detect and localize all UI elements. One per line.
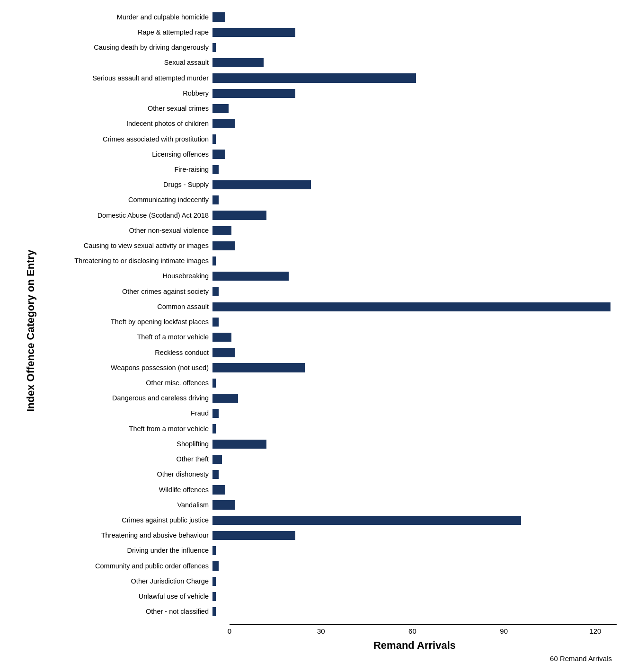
- bar-track: [212, 607, 617, 616]
- bar-label: Other non-sexual violence: [37, 227, 212, 235]
- bar-label: Other theft: [37, 455, 212, 463]
- bar-track: [212, 409, 617, 418]
- bar-track: [212, 241, 617, 250]
- bar-fill: [212, 195, 219, 204]
- bar-row: Robbery: [37, 86, 617, 101]
- bar-row: Indecent photos of children: [37, 116, 617, 132]
- bar-label: Theft by opening lockfast places: [37, 318, 212, 326]
- bar-track: [212, 89, 617, 98]
- bar-row: Sexual assault: [37, 55, 617, 71]
- bar-fill: [212, 180, 311, 189]
- bar-row: Fraud: [37, 406, 617, 421]
- bar-track: [212, 561, 617, 570]
- bar-fill: [212, 287, 219, 296]
- bar-track: [212, 485, 617, 494]
- bar-track: [212, 333, 617, 342]
- bar-label: Crimes associated with prostitution: [37, 135, 212, 143]
- bar-fill: [212, 318, 219, 327]
- bar-label: Domestic Abuse (Scotland) Act 2018: [37, 212, 212, 220]
- bar-label: Vandalism: [37, 501, 212, 509]
- bar-fill: [212, 455, 222, 464]
- bar-fill: [212, 28, 295, 37]
- bar-label: Other - not classified: [37, 608, 212, 616]
- bars-section: Murder and culpable homicideRape & attem…: [37, 9, 617, 624]
- bar-row: Rape & attempted rape: [37, 25, 617, 40]
- bar-fill: [212, 256, 216, 265]
- bar-row: Murder and culpable homicide: [37, 9, 617, 25]
- bar-label: Driving under the influence: [37, 547, 212, 555]
- bar-label: Drugs - Supply: [37, 181, 212, 189]
- bar-row: Dangerous and careless driving: [37, 390, 617, 406]
- bar-fill: [212, 394, 238, 403]
- x-tick: 90: [500, 627, 508, 635]
- bar-row: Reckless conduct: [37, 345, 617, 360]
- bar-row: Causing death by driving dangerously: [37, 40, 617, 55]
- bar-fill: [212, 348, 235, 357]
- bar-row: Drugs - Supply: [37, 177, 617, 192]
- bar-track: [212, 226, 617, 235]
- chart-area: Index Offence Category on Entry Murder a…: [20, 9, 617, 652]
- bar-track: [212, 592, 617, 601]
- bar-fill: [212, 409, 219, 418]
- x-tick: 30: [317, 627, 325, 635]
- bar-track: [212, 272, 617, 281]
- bar-row: Theft by opening lockfast places: [37, 314, 617, 329]
- bar-row: Community and public order offences: [37, 558, 617, 574]
- bar-row: Theft of a motor vehicle: [37, 330, 617, 345]
- chart-container: Index Offence Category on Entry Murder a…: [20, 9, 617, 663]
- bar-label: Fire-raising: [37, 166, 212, 174]
- bar-track: [212, 500, 617, 509]
- bar-track: [212, 531, 617, 540]
- chart-note: 60 Remand Arrivals: [20, 654, 617, 663]
- bar-track: [212, 43, 617, 52]
- bar-row: Fire-raising: [37, 162, 617, 177]
- bar-fill: [212, 12, 225, 21]
- bar-track: [212, 256, 617, 265]
- bar-row: Domestic Abuse (Scotland) Act 2018: [37, 208, 617, 223]
- bar-fill: [212, 363, 305, 372]
- bar-track: [212, 379, 617, 388]
- bar-label: Murder and culpable homicide: [37, 13, 212, 21]
- bar-fill: [212, 58, 264, 67]
- y-axis-label: Index Offence Category on Entry: [20, 9, 37, 652]
- bar-row: Threatening to or disclosing intimate im…: [37, 254, 617, 269]
- bar-fill: [212, 379, 216, 388]
- bar-row: Causing to view sexual activity or image…: [37, 238, 617, 253]
- x-axis-line: [230, 624, 617, 625]
- bar-row: Vandalism: [37, 497, 617, 513]
- bar-row: Unlawful use of vehicle: [37, 589, 617, 604]
- bar-label: Threatening and abusive behaviour: [37, 531, 212, 539]
- bar-label: Causing to view sexual activity or image…: [37, 242, 212, 250]
- bar-fill: [212, 485, 225, 494]
- bar-fill: [212, 211, 266, 220]
- bar-fill: [212, 241, 235, 250]
- bar-fill: [212, 73, 416, 82]
- bar-fill: [212, 500, 235, 509]
- bar-fill: [212, 440, 266, 449]
- bar-track: [212, 150, 617, 159]
- bar-row: Housebreaking: [37, 269, 617, 284]
- x-axis-area: 0306090120: [230, 624, 617, 637]
- x-tick: 0: [228, 627, 231, 635]
- bar-row: Wildlife offences: [37, 482, 617, 497]
- bar-fill: [212, 89, 295, 98]
- bar-row: Other non-sexual violence: [37, 223, 617, 238]
- bar-fill: [212, 546, 216, 555]
- bar-fill: [212, 577, 216, 586]
- bar-fill: [212, 119, 235, 128]
- bar-fill: [212, 516, 521, 525]
- x-ticks: 0306090120: [230, 627, 617, 637]
- bar-fill: [212, 607, 216, 616]
- x-axis-label-wrap: Remand Arrivals: [212, 639, 617, 652]
- bar-row: Other Jurisdiction Charge: [37, 574, 617, 589]
- bar-label: Other sexual crimes: [37, 105, 212, 113]
- bar-track: [212, 455, 617, 464]
- bar-track: [212, 424, 617, 433]
- bar-row: Other sexual crimes: [37, 101, 617, 116]
- bar-track: [212, 394, 617, 403]
- bar-label: Other dishonesty: [37, 470, 212, 478]
- bar-track: [212, 73, 617, 82]
- bar-row: Shoplifting: [37, 436, 617, 451]
- x-axis-label: Remand Arrivals: [373, 639, 456, 651]
- bar-label: Shoplifting: [37, 440, 212, 448]
